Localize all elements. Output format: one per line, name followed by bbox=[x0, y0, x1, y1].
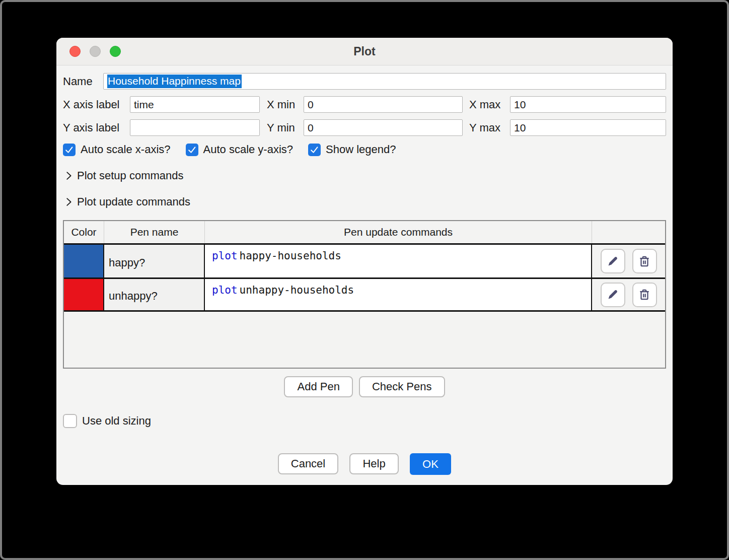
pencil-icon bbox=[606, 255, 619, 268]
delete-pen-button[interactable] bbox=[632, 283, 657, 307]
use-old-sizing-label: Use old sizing bbox=[82, 414, 151, 428]
pen-name-cell[interactable]: unhappy? bbox=[104, 279, 205, 310]
command-argument: unhappy-households bbox=[240, 284, 354, 296]
edit-pen-button[interactable] bbox=[601, 249, 625, 273]
pen-row-happy: happy? plothappy-households bbox=[64, 243, 665, 277]
autoscale-y-checkbox[interactable]: Auto scale y-axis? bbox=[186, 143, 294, 156]
ok-button[interactable]: OK bbox=[410, 453, 451, 475]
trash-icon bbox=[638, 255, 651, 268]
pen-name-column-header: Pen name bbox=[104, 221, 205, 243]
plot-dialog: Plot Name Household Happinness map X axi… bbox=[56, 38, 673, 485]
pen-buttons-row: Add Pen Check Pens bbox=[63, 376, 666, 397]
pen-actions-cell bbox=[592, 279, 665, 310]
add-pen-button[interactable]: Add Pen bbox=[284, 376, 352, 397]
name-row: Name Household Happinness map bbox=[63, 73, 666, 90]
pens-table: Color Pen name Pen update commands happy… bbox=[63, 220, 666, 369]
plot-setup-commands-label: Plot setup commands bbox=[77, 169, 184, 182]
autoscale-y-label: Auto scale y-axis? bbox=[203, 143, 294, 156]
color-column-header: Color bbox=[64, 221, 104, 243]
y-axis-row: Y axis label Y min Y max bbox=[63, 119, 666, 136]
name-input-selected-text: Household Happinness map bbox=[107, 75, 242, 88]
name-label: Name bbox=[63, 75, 96, 88]
y-axis-label-label: Y axis label bbox=[63, 121, 124, 134]
x-min-label: X min bbox=[267, 98, 297, 111]
pen-name-cell[interactable]: happy? bbox=[104, 245, 205, 277]
pen-row-unhappy: unhappy? plotunhappy-households bbox=[64, 277, 665, 312]
command-argument: happy-households bbox=[240, 250, 341, 262]
chevron-right-icon bbox=[63, 170, 74, 181]
pencil-icon bbox=[606, 288, 619, 301]
cancel-button[interactable]: Cancel bbox=[278, 453, 338, 474]
delete-pen-button[interactable] bbox=[632, 249, 657, 273]
y-min-input[interactable] bbox=[304, 119, 463, 136]
pen-color-swatch[interactable] bbox=[64, 245, 104, 277]
window-title: Plot bbox=[56, 45, 673, 58]
checkbox-checked-icon[interactable] bbox=[63, 144, 76, 156]
autoscale-x-checkbox[interactable]: Auto scale x-axis? bbox=[63, 143, 171, 156]
x-axis-label-input[interactable] bbox=[130, 96, 260, 113]
scale-options-row: Auto scale x-axis? Auto scale y-axis? Sh… bbox=[63, 143, 666, 157]
x-axis-row: X axis label X min X max bbox=[63, 96, 666, 113]
checkbox-unchecked-icon[interactable] bbox=[63, 414, 77, 428]
titlebar[interactable]: Plot bbox=[56, 38, 673, 65]
autoscale-x-label: Auto scale x-axis? bbox=[81, 143, 171, 156]
pen-update-commands-column-header: Pen update commands bbox=[205, 221, 592, 243]
pen-update-command-cell[interactable]: plothappy-households bbox=[205, 245, 592, 277]
use-old-sizing-row: Use old sizing bbox=[63, 413, 666, 428]
x-min-input[interactable] bbox=[304, 96, 463, 113]
name-input[interactable]: Household Happinness map bbox=[103, 73, 666, 90]
show-legend-label: Show legend? bbox=[326, 143, 396, 156]
dialog-content: Name Household Happinness map X axis lab… bbox=[56, 65, 673, 481]
x-max-label: X max bbox=[469, 98, 503, 111]
pen-color-swatch[interactable] bbox=[64, 279, 104, 310]
chevron-right-icon bbox=[63, 196, 74, 207]
command-keyword: plot bbox=[212, 284, 238, 296]
pens-table-empty-area bbox=[64, 312, 665, 368]
y-max-label: Y max bbox=[469, 121, 503, 134]
use-old-sizing-checkbox[interactable]: Use old sizing bbox=[63, 414, 151, 428]
y-axis-label-input[interactable] bbox=[130, 119, 260, 136]
y-min-label: Y min bbox=[267, 121, 297, 134]
actions-column-header bbox=[592, 221, 665, 243]
plot-update-commands-label: Plot update commands bbox=[77, 195, 190, 208]
y-max-input[interactable] bbox=[510, 119, 666, 136]
checkbox-checked-icon[interactable] bbox=[308, 144, 321, 156]
pen-update-command-cell[interactable]: plotunhappy-households bbox=[205, 279, 592, 310]
help-button[interactable]: Help bbox=[349, 453, 399, 474]
edit-pen-button[interactable] bbox=[601, 283, 625, 307]
x-axis-label-label: X axis label bbox=[63, 98, 124, 111]
footer-buttons: Cancel Help OK bbox=[63, 453, 666, 475]
pen-actions-cell bbox=[592, 245, 665, 277]
plot-setup-commands-disclosure[interactable]: Plot setup commands bbox=[63, 169, 666, 183]
x-max-input[interactable] bbox=[510, 96, 666, 113]
checkbox-checked-icon[interactable] bbox=[186, 144, 198, 156]
command-keyword: plot bbox=[212, 250, 238, 262]
pens-table-header: Color Pen name Pen update commands bbox=[64, 221, 665, 243]
trash-icon bbox=[638, 288, 651, 301]
plot-update-commands-disclosure[interactable]: Plot update commands bbox=[63, 195, 666, 209]
show-legend-checkbox[interactable]: Show legend? bbox=[308, 143, 396, 156]
check-pens-button[interactable]: Check Pens bbox=[359, 376, 445, 397]
